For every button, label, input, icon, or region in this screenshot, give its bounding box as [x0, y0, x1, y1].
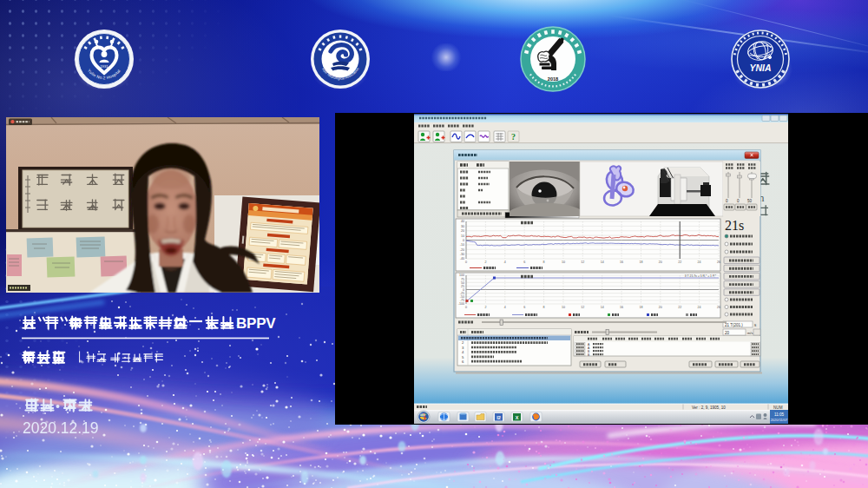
- svg-text:2020.12.19: 2020.12.19: [23, 419, 99, 437]
- svg-text:BPPV: BPPV: [236, 315, 276, 332]
